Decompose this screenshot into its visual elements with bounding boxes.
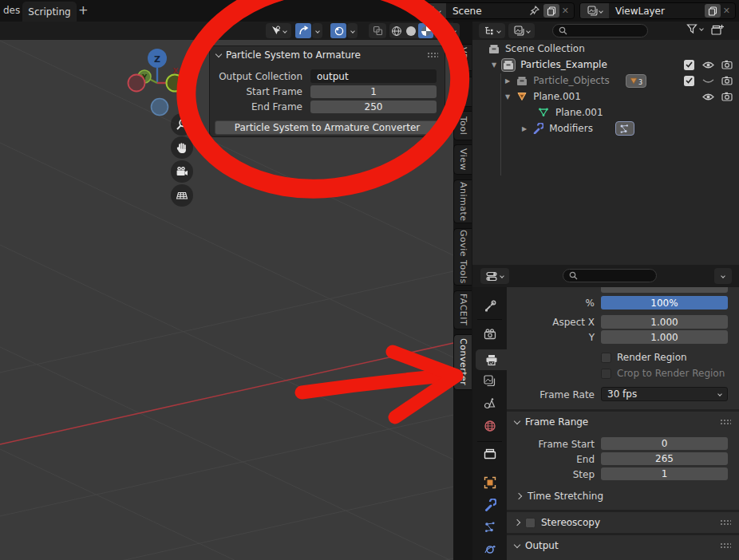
tab-world-properties[interactable] [484, 420, 496, 432]
tab-collection-properties[interactable] [484, 448, 496, 459]
converter-button[interactable]: Particle System to Armature Converter [215, 120, 440, 135]
exclude-checkbox[interactable] [684, 60, 694, 70]
tab-animate[interactable]: Animate [453, 179, 472, 223]
frame-range-header[interactable]: Frame Range [507, 412, 739, 432]
crop-checkbox[interactable] [601, 369, 611, 379]
shading-solid-button[interactable] [404, 26, 418, 36]
outliner-row-scene-collection[interactable]: Scene Collection [472, 41, 739, 57]
properties-editor-type-dropdown[interactable] [480, 268, 509, 284]
tab-physics-properties[interactable] [484, 543, 496, 556]
shading-material-button[interactable] [418, 23, 433, 38]
falloff-toggle[interactable] [330, 23, 346, 38]
eye-icon[interactable] [702, 61, 714, 69]
drag-dots-icon[interactable] [720, 542, 731, 549]
end-frame-input[interactable]: 250 [310, 101, 437, 113]
outliner-filter-mode-dropdown[interactable] [508, 23, 535, 38]
shading-wireframe-button[interactable] [389, 26, 404, 37]
viewport-3d[interactable]: Z Y X Particle System to Armature Output… [0, 40, 453, 560]
scene-type-dropdown[interactable] [419, 3, 446, 18]
workspace-tab-partial[interactable]: des [3, 5, 20, 16]
viewlayer-type-dropdown[interactable] [580, 3, 609, 18]
disclosure-triangle-icon[interactable]: ▼ [505, 93, 510, 101]
outliner-display-mode-dropdown[interactable] [479, 23, 505, 38]
time-stretching-header[interactable]: Time Stretching [516, 491, 603, 502]
pin-icon[interactable] [529, 6, 539, 16]
shading-dropdown[interactable] [448, 30, 460, 33]
start-frame-input[interactable]: 1 [310, 85, 437, 98]
outliner-filter-button[interactable] [686, 23, 703, 34]
proportional-edit-toggle[interactable] [295, 23, 311, 38]
shading-rendered-button[interactable] [433, 26, 448, 36]
panel-header[interactable]: Particle System to Armature [210, 46, 445, 64]
tab-modifier-properties[interactable] [484, 499, 496, 511]
stereoscopy-checkbox[interactable] [525, 518, 535, 528]
new-collection-button[interactable] [710, 23, 725, 37]
navigation-gizmo[interactable]: Z Y X [124, 46, 198, 120]
viewlayer-name[interactable]: ViewLayer [609, 6, 705, 17]
tab-output-properties-active[interactable] [476, 349, 507, 370]
tab-govie-tools[interactable]: Govie Tools [453, 228, 472, 286]
frame-step-field[interactable]: 1 [601, 467, 728, 480]
tab-object-properties[interactable] [484, 476, 496, 489]
camera-visibility-icon[interactable] [721, 60, 733, 69]
workspace-tab-scripting[interactable]: Scripting [22, 2, 77, 22]
eye-icon[interactable] [702, 93, 714, 101]
scene-name[interactable]: Scene [446, 6, 529, 17]
close-icon[interactable]: ✕ [723, 6, 730, 16]
render-region-checkbox[interactable] [601, 353, 611, 363]
select-tool-dropdown[interactable] [266, 23, 291, 38]
zoom-button[interactable] [171, 113, 193, 136]
tab-faceit[interactable]: FACEIT [453, 290, 472, 329]
camera-visibility-icon[interactable] [721, 76, 733, 85]
outliner-row-particles-example[interactable]: ▼ Particles_Example [472, 57, 739, 73]
resolution-y-field-partial[interactable] [601, 287, 728, 293]
outliner-search-input[interactable] [552, 24, 648, 37]
tab-view[interactable]: View [453, 144, 472, 175]
new-scene-button[interactable] [543, 4, 559, 18]
properties-options-dropdown[interactable] [714, 268, 732, 284]
outliner-row-particle-objects[interactable]: ▶ Particle_Objects 3 [472, 73, 739, 89]
frame-end-field[interactable]: 265 [601, 452, 728, 465]
tab-vrm[interactable]: VRM [453, 44, 472, 71]
camera-visibility-icon[interactable] [721, 92, 733, 101]
aspect-y-field[interactable]: 1.000 [601, 330, 728, 344]
tab-viewlayer-properties[interactable] [484, 375, 496, 387]
output-header[interactable]: Output [507, 535, 739, 556]
close-icon[interactable]: ✕ [562, 6, 569, 16]
output-collection-input[interactable]: output [310, 69, 437, 83]
drag-dots-icon[interactable] [720, 419, 731, 425]
tab-render-properties[interactable] [484, 329, 496, 340]
exclude-checkbox[interactable] [684, 76, 694, 86]
tab-converter[interactable]: Converter [453, 334, 472, 390]
pan-button[interactable] [171, 136, 193, 159]
outliner-row-plane-object[interactable]: ▼ Plane.001 [472, 89, 739, 105]
funnel-icon [686, 23, 698, 34]
disclosure-triangle-icon[interactable]: ▼ [492, 61, 496, 69]
frame-start-field[interactable]: 0 [601, 437, 728, 450]
aspect-x-field[interactable]: 1.000 [601, 315, 728, 329]
render-pass-button[interactable] [369, 23, 386, 38]
frame-rate-dropdown[interactable]: 30 fps [601, 387, 728, 401]
falloff-dropdown[interactable] [347, 23, 358, 38]
proportional-edit-dropdown[interactable] [312, 23, 322, 38]
outliner-row-plane-meshdata[interactable]: Plane.001 [472, 105, 739, 120]
outliner-row-modifiers[interactable]: ▶ Modifiers [472, 120, 739, 136]
camera-view-button[interactable] [171, 160, 193, 183]
add-workspace-button[interactable]: + [78, 3, 89, 18]
eye-closed-icon[interactable] [702, 77, 714, 85]
disclosure-triangle-icon[interactable]: ▶ [522, 125, 527, 132]
tab-tool-settings[interactable] [484, 300, 496, 313]
tab-tool[interactable]: Tool [453, 111, 472, 140]
viewlayer-icon [587, 6, 598, 16]
tab-item[interactable]: Item [453, 77, 472, 107]
disclosure-triangle-icon[interactable]: ▶ [505, 77, 510, 85]
new-viewlayer-button[interactable] [705, 4, 721, 18]
drag-dots-icon[interactable] [720, 519, 731, 526]
stereoscopy-header[interactable]: Stereoscopy [507, 512, 739, 533]
tab-scene-properties[interactable] [484, 397, 496, 409]
drag-dots-icon[interactable] [427, 52, 438, 58]
properties-search-input[interactable] [563, 269, 657, 282]
percent-slider[interactable]: 100% [601, 296, 728, 310]
orthographic-toggle-button[interactable] [171, 184, 193, 207]
tab-particle-properties[interactable] [484, 521, 496, 534]
